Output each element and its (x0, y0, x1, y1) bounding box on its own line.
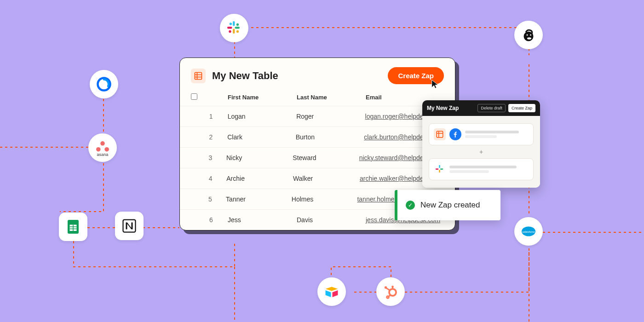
slack-icon (434, 163, 446, 175)
cell-first-name: Tanner (226, 196, 292, 203)
cell-last-name: Steward (293, 154, 359, 161)
airtable-icon (317, 277, 346, 306)
cell-last-name: Davis (297, 216, 366, 224)
table-header-row: First Name Last Name Email (180, 89, 455, 106)
svg-rect-32 (195, 72, 202, 79)
svg-point-11 (104, 147, 109, 152)
zap-editor-title: My New Zap (427, 105, 475, 111)
salesforce-icon: salesforce (514, 217, 543, 246)
row-index: 2 (209, 133, 228, 141)
cursor-icon (430, 79, 440, 89)
row-index: 3 (208, 154, 226, 161)
cell-first-name: Logan (228, 113, 296, 120)
asana-icon: asana (88, 133, 117, 162)
cell-last-name: Walker (293, 175, 360, 182)
table-row[interactable]: 2ClarkBurtonclark.burton@helpdesk.com (180, 127, 455, 148)
col-first-name: First Name (228, 94, 297, 101)
success-toast: ✓ New Zap created (395, 190, 500, 220)
svg-rect-1 (235, 27, 240, 29)
svg-text:salesforce: salesforce (522, 230, 535, 233)
svg-rect-39 (439, 165, 440, 168)
svg-rect-40 (440, 168, 443, 170)
svg-rect-41 (439, 170, 440, 172)
select-all-checkbox[interactable] (191, 93, 197, 100)
svg-point-31 (527, 37, 531, 40)
check-icon: ✓ (406, 201, 415, 210)
row-index: 4 (209, 175, 227, 182)
delete-draft-button[interactable]: Delete draft (477, 104, 506, 112)
col-last-name: Last Name (297, 94, 366, 101)
cell-last-name: Holmes (292, 196, 357, 203)
col-email: Email (366, 94, 444, 101)
row-index: 1 (209, 113, 228, 120)
zap-action-step[interactable] (429, 158, 534, 180)
svg-point-9 (100, 141, 105, 146)
cell-first-name: Archie (226, 175, 293, 182)
svg-point-5 (236, 23, 239, 26)
svg-point-29 (527, 34, 528, 36)
svg-point-4 (230, 23, 232, 25)
svg-line-25 (389, 295, 391, 297)
create-zap-mini-button[interactable]: Create Zap (508, 104, 535, 112)
add-step-button[interactable]: + (429, 145, 534, 158)
svg-point-10 (96, 147, 101, 152)
notion-icon (115, 212, 144, 240)
svg-line-23 (386, 288, 390, 291)
svg-rect-42 (436, 168, 438, 170)
cell-last-name: Burton (296, 133, 364, 141)
table-title: My New Table (212, 70, 388, 82)
svg-rect-0 (233, 21, 235, 26)
table-row[interactable]: 1LoganRogerlogan.roger@helpdesk.com (180, 106, 455, 127)
mailchimp-icon (514, 21, 543, 49)
row-index: 5 (208, 196, 226, 203)
slack-icon (220, 14, 248, 42)
hubspot-icon (376, 277, 405, 306)
table-row[interactable]: 4ArchieWalkerarchie.walker@helpdesk.com (180, 168, 455, 189)
svg-rect-2 (233, 29, 235, 34)
zap-trigger-step[interactable] (429, 123, 534, 145)
zap-editor-panel: My New Zap Delete draft Create Zap + (422, 100, 540, 188)
zapier-tables-icon (191, 69, 206, 83)
cell-last-name: Roger (296, 113, 365, 120)
cell-first-name: Clark (227, 133, 296, 141)
svg-point-7 (229, 30, 231, 33)
toast-message: New Zap created (420, 201, 480, 210)
svg-text:asana: asana (97, 152, 109, 157)
svg-point-30 (530, 34, 531, 36)
facebook-icon (449, 128, 461, 140)
google-sheets-icon (59, 213, 87, 241)
calendly-icon (90, 70, 118, 98)
table-row[interactable]: 3NickyStewardnicky.steward@helpdesk.com (180, 148, 455, 168)
zapier-tables-icon (434, 128, 446, 140)
row-index: 6 (209, 216, 228, 224)
cell-first-name: Nicky (226, 154, 293, 161)
svg-rect-36 (437, 131, 443, 138)
svg-point-6 (236, 30, 239, 33)
svg-rect-3 (227, 27, 232, 29)
cell-first-name: Jess (228, 216, 297, 224)
